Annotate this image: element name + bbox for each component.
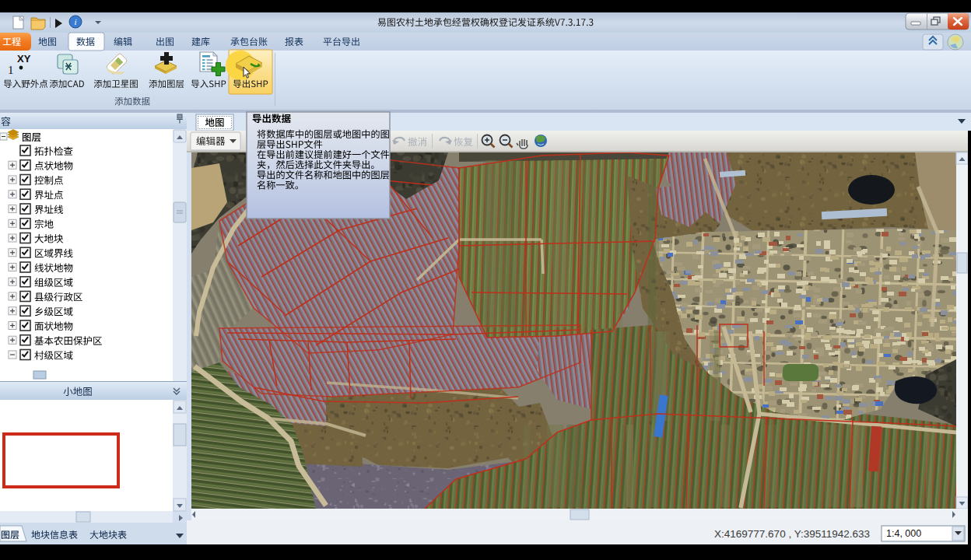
svg-text:1:4, 000: 1:4, 000	[886, 528, 921, 539]
svg-text:XY: XY	[17, 53, 31, 65]
svg-text:i: i	[74, 17, 76, 26]
svg-text:1: 1	[8, 64, 14, 76]
svg-text:X:4169777.670 , Y:39511942.633: X:4169777.670 , Y:39511942.633	[714, 528, 870, 540]
